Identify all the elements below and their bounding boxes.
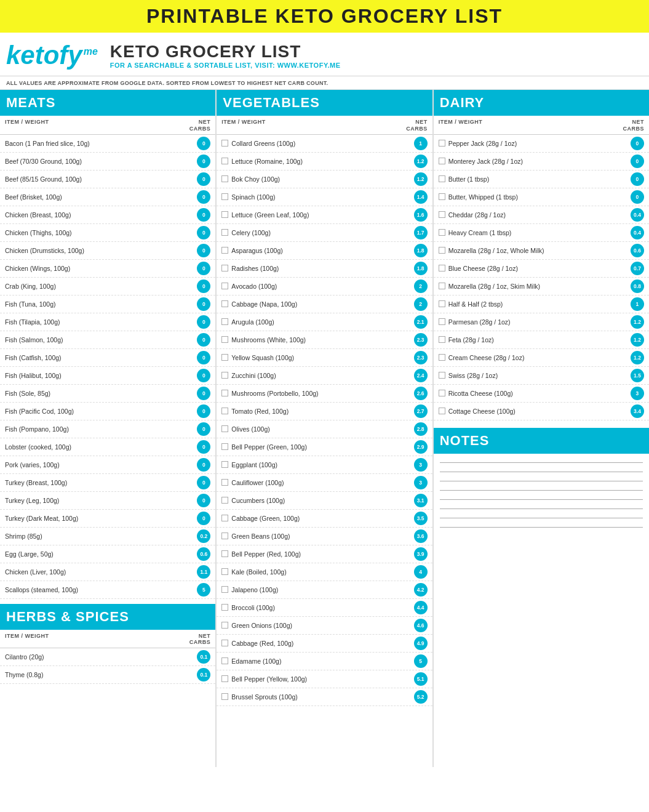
header-title-area: KETO GROCERY LIST FOR A SEARCHABLE & SOR…: [110, 42, 341, 69]
checkbox[interactable]: [439, 372, 445, 379]
checkbox[interactable]: [221, 283, 228, 289]
checkbox[interactable]: [439, 300, 445, 307]
list-item: Cream Cheese (28g / 1oz)1.2: [434, 349, 649, 367]
carb-badge: 1.8: [414, 262, 428, 275]
item-name: Fish (Pacific Cod, 100g): [5, 408, 74, 415]
list-item: Bell Pepper (Yellow, 100g)5.1: [217, 670, 432, 688]
item-name: Half & Half (2 tbsp): [448, 300, 503, 308]
list-item: Fish (Sole, 85g)0: [0, 385, 215, 403]
checkbox[interactable]: [221, 408, 228, 414]
checkbox[interactable]: [221, 568, 228, 575]
checkbox[interactable]: [221, 372, 228, 379]
checkbox[interactable]: [221, 158, 228, 164]
list-item: Eggplant (100g)3: [217, 456, 432, 474]
list-item: Beef (70/30 Ground, 100g)0: [0, 153, 215, 171]
checkbox[interactable]: [221, 479, 228, 486]
carb-badge: 3: [631, 387, 644, 400]
list-item: Chicken (Drumsticks, 100g)0: [0, 242, 215, 260]
carb-badge: 2.3: [414, 333, 428, 347]
checkbox[interactable]: [221, 300, 228, 307]
checkbox[interactable]: [221, 229, 228, 236]
carb-badge: 2.8: [414, 422, 428, 436]
carb-badge: 0: [197, 369, 210, 382]
item-name: Tomato (Red, 100g): [231, 408, 289, 415]
list-item: Parmesan (28g / 1oz)1.2: [434, 313, 649, 331]
checkbox[interactable]: [221, 318, 228, 325]
checkbox[interactable]: [221, 175, 228, 182]
checkbox[interactable]: [221, 586, 228, 593]
item-name: Cauliflower (100g): [231, 479, 284, 486]
dairy-col-item: ITEM / WEIGHT: [439, 119, 483, 132]
checkbox[interactable]: [221, 604, 228, 611]
checkbox[interactable]: [439, 336, 445, 343]
item-name: Fish (Tuna, 100g): [5, 300, 55, 308]
checkbox[interactable]: [221, 640, 228, 646]
vegetables-col-item: ITEM / WEIGHT: [221, 119, 266, 132]
checkbox[interactable]: [221, 390, 228, 396]
item-name: Fish (Tilapia, 100g): [5, 318, 60, 326]
checkbox[interactable]: [439, 265, 445, 271]
item-name: Egg (Large, 50g): [5, 550, 54, 558]
checkbox[interactable]: [221, 497, 228, 504]
checkbox[interactable]: [221, 461, 228, 468]
carb-badge: 2.9: [414, 440, 428, 454]
checkbox[interactable]: [221, 515, 228, 521]
item-name: Chicken (Thighs, 100g): [5, 229, 72, 236]
checkbox[interactable]: [439, 158, 445, 164]
checkbox[interactable]: [221, 336, 228, 343]
checkbox[interactable]: [439, 318, 445, 325]
checkbox[interactable]: [439, 283, 445, 289]
list-item: Pepper Jack (28g / 1oz)0: [434, 135, 649, 153]
list-item: Cabbage (Green, 100g)3.5: [217, 510, 432, 528]
carb-badge: 0: [631, 172, 644, 186]
carb-badge: 0: [197, 190, 210, 204]
checkbox[interactable]: [221, 265, 228, 271]
carb-badge: 1.2: [631, 315, 644, 329]
list-item: Scallops (steamed, 100g)5: [0, 581, 215, 599]
checkbox[interactable]: [439, 193, 445, 200]
item-name: Heavy Cream (1 tbsp): [448, 229, 512, 236]
checkbox[interactable]: [221, 247, 228, 254]
list-item: Crab (King, 100g)0: [0, 278, 215, 295]
checkbox[interactable]: [221, 425, 228, 432]
list-item: Radishes (100g)1.8: [217, 260, 432, 278]
checkbox[interactable]: [439, 390, 445, 396]
checkbox[interactable]: [439, 354, 445, 361]
list-item: Beef (85/15 Ground, 100g)0: [0, 171, 215, 188]
carb-badge: 3.5: [414, 512, 428, 525]
list-item: Blue Cheese (28g / 1oz)0.7: [434, 260, 649, 278]
checkbox[interactable]: [439, 175, 445, 182]
checkbox[interactable]: [221, 675, 228, 682]
note-line: [440, 518, 643, 518]
checkbox[interactable]: [221, 140, 228, 147]
list-item: Edamame (100g)5: [217, 653, 432, 670]
list-item: Lobster (cooked, 100g)0: [0, 438, 215, 456]
carb-badge: 0: [197, 155, 210, 168]
herbs-list: Cilantro (20g)0.1Thyme (0.8g)0.1: [0, 648, 215, 684]
checkbox[interactable]: [221, 211, 228, 218]
checkbox[interactable]: [221, 443, 228, 450]
list-item: Jalapeno (100g)4.2: [217, 581, 432, 599]
checkbox[interactable]: [439, 408, 445, 414]
item-name: Ricotta Cheese (100g): [448, 390, 513, 397]
item-name: Cheddar (28g / 1oz): [448, 211, 506, 219]
checkbox[interactable]: [221, 693, 228, 700]
item-name: Butter (1 tbsp): [448, 175, 490, 183]
checkbox[interactable]: [439, 140, 445, 147]
list-item: Green Beans (100g)3.6: [217, 528, 432, 545]
item-name: Brussel Sprouts (100g): [231, 693, 297, 701]
meats-col-item: ITEM / WEIGHT: [5, 119, 49, 132]
checkbox[interactable]: [221, 533, 228, 539]
checkbox[interactable]: [439, 247, 445, 254]
checkbox[interactable]: [221, 622, 228, 629]
carb-badge: 0.7: [631, 262, 644, 275]
item-name: Beef (70/30 Ground, 100g): [5, 158, 82, 165]
checkbox[interactable]: [221, 657, 228, 664]
checkbox[interactable]: [221, 193, 228, 200]
checkbox[interactable]: [439, 211, 445, 218]
checkbox[interactable]: [221, 550, 228, 557]
checkbox[interactable]: [221, 354, 228, 361]
checkbox[interactable]: [439, 229, 445, 236]
carb-badge: 4.2: [414, 583, 428, 597]
list-item: Fish (Tuna, 100g)0: [0, 295, 215, 313]
